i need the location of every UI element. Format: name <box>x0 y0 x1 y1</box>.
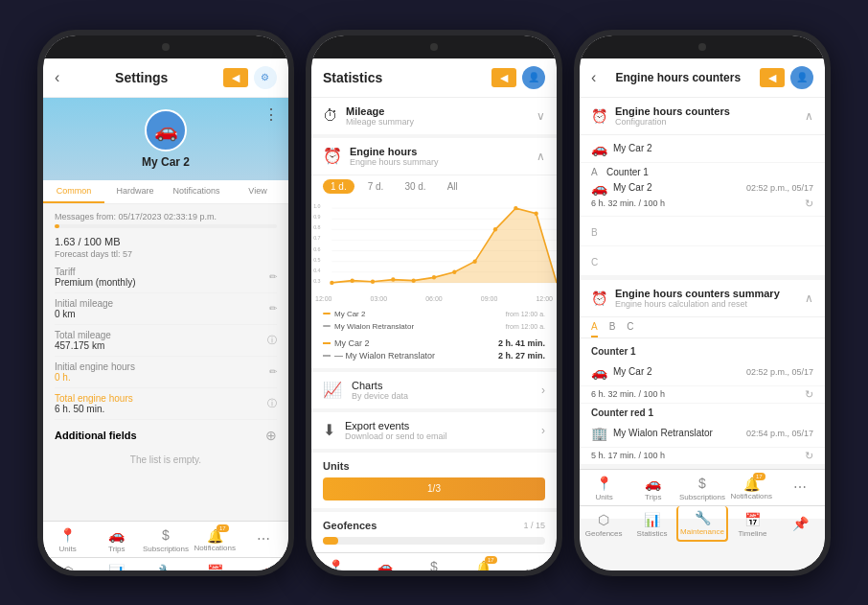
mileage-chevron[interactable]: ∨ <box>537 109 545 123</box>
engine-config-icon: ⏰ <box>591 108 607 124</box>
engine-chevron[interactable]: ∧ <box>537 150 545 163</box>
time-tab-30d[interactable]: 30 d. <box>397 179 433 194</box>
summary-tab-c[interactable]: C <box>627 317 633 337</box>
phone-2-wrapper: Statistics ◄ 👤 ⏱ Mileage Milea <box>306 30 562 576</box>
edit-engine-icon[interactable]: ✏ <box>269 366 277 377</box>
nav-subscriptions-1[interactable]: $ Subscriptions <box>141 522 190 557</box>
nav-statistics-3[interactable]: 📊 Statistics <box>628 506 675 542</box>
engine-summary-chevron[interactable]: ∧ <box>805 291 813 305</box>
info-icon-1[interactable]: ⓘ <box>267 334 277 347</box>
nav-more-2[interactable]: ⋯ <box>508 553 557 570</box>
refresh-icon-summary-red[interactable]: ↻ <box>805 450 813 462</box>
total-engine-label: Total engine hours <box>55 393 133 404</box>
counter-a-vehicle-icon: 🚗 <box>591 180 607 196</box>
phones-container: ‹ Settings ◄ ⚙ 🚗 My Car 2 ⋮ <box>28 20 840 586</box>
summary-tab-b[interactable]: B <box>609 317 616 337</box>
nav-trips-3[interactable]: 🚗 Trips <box>628 470 677 505</box>
car2-duration-dot <box>323 342 331 344</box>
export-events-row[interactable]: ⬇ Export events Download or send to emai… <box>311 412 557 449</box>
nav-trips-icon-3: 🚗 <box>645 476 661 491</box>
duration-values: My Car 2 2 h. 41 min. — My Wialon Retran… <box>311 335 557 368</box>
messages-label: Messages from: 05/17/2023 02:33:19 p.m. <box>55 212 277 221</box>
geofences-icon-1: ⬡ <box>62 564 74 570</box>
phone-1-header: ‹ Settings ◄ ⚙ <box>43 58 288 98</box>
legend-car2-time: from 12:00 a. <box>506 311 545 317</box>
phone-3-wrapper: ‹ Engine hours counters ◄ 👤 ⏰ Engine <box>574 30 831 576</box>
nav-geofences-3[interactable]: ⬡ Geofences <box>580 506 628 542</box>
nav-row-top-2: 📍 Units 🚗 Trips $ Subscriptions <box>311 553 557 570</box>
nav-trips-2[interactable]: 🚗 Trips <box>360 553 409 570</box>
engine-config-chevron[interactable]: ∧ <box>805 109 813 123</box>
edit-mileage-icon[interactable]: ✏ <box>269 303 277 314</box>
nav-row-bottom-1: ⬡ Geofences 📊 Statistics 🔧 Maintenance <box>43 557 288 570</box>
tab-common[interactable]: Common <box>43 180 104 203</box>
info-icon-2[interactable]: ⓘ <box>267 397 277 410</box>
chart-x-labels: 12:00 03:00 06:00 09:00 12:00 <box>311 293 557 304</box>
time-tab-all[interactable]: All <box>440 179 466 194</box>
notif-badge-count-3: 17 <box>753 473 765 480</box>
notch-dot <box>162 43 170 51</box>
time-tab-7d[interactable]: 7 d. <box>360 179 392 194</box>
legend-dot-car2 <box>323 313 331 314</box>
nav-pin-3[interactable]: 📌 <box>777 506 825 542</box>
charts-row[interactable]: 📈 Charts By device data › <box>311 372 557 408</box>
tab-view[interactable]: View <box>227 180 288 203</box>
nav-units-2[interactable]: 📍 Units <box>311 553 360 570</box>
geofences-icon-3: ⬡ <box>598 512 609 527</box>
total-mileage-row: Total mileage 457.175 km ⓘ <box>55 325 277 357</box>
nav-more-3[interactable]: ⋯ <box>776 470 825 505</box>
total-engine-row: Total engine hours 6 h. 50 min. ⓘ <box>55 388 277 420</box>
summary-counter1-value: 6 h. 32 min. / 100 h <box>591 389 805 399</box>
summary-tab-a[interactable]: A <box>591 317 598 337</box>
refresh-icon-summary-1[interactable]: ↻ <box>805 388 813 401</box>
nav-timeline-1[interactable]: 📅 Timeline <box>191 558 240 570</box>
more-button[interactable]: ⋮ <box>263 105 279 124</box>
export-icon: ⬇ <box>323 421 335 439</box>
phone-1-wrapper: ‹ Settings ◄ ⚙ 🚗 My Car 2 ⋮ <box>37 30 294 576</box>
nav-geofences-1[interactable]: ⬡ Geofences <box>43 558 92 570</box>
svg-point-26 <box>514 205 517 209</box>
nav-maintenance-1[interactable]: 🔧 Maintenance <box>141 558 190 570</box>
nav-units-3[interactable]: 📍 Units <box>580 470 628 505</box>
nav-notifications-2[interactable]: 🔔 17 Notifications <box>459 553 508 570</box>
chart-legend: My Car 2 from 12:00 a. My Wialon Retrans… <box>311 304 557 335</box>
nav-maintenance-3[interactable]: 🔧 Maintenance <box>676 506 728 542</box>
nav-subscriptions-3[interactable]: $ Subscriptions <box>677 470 726 505</box>
back-btn-3[interactable]: ‹ <box>591 69 596 86</box>
initial-engine-row: Initial engine hours 0 h. ✏ <box>55 357 277 388</box>
add-icon[interactable]: ⊕ <box>265 428 277 443</box>
initial-mileage-row: Initial mileage 0 km ✏ <box>55 293 277 325</box>
nav-statistics-1[interactable]: 📊 Statistics <box>92 558 141 570</box>
tab-hardware[interactable]: Hardware <box>104 180 166 203</box>
nav-timeline-3[interactable]: 📅 Timeline <box>728 506 776 542</box>
refresh-icon-a[interactable]: ↻ <box>805 198 813 210</box>
settings-content: Messages from: 05/17/2023 02:33:19 p.m. … <box>43 204 288 570</box>
svg-text:0.5: 0.5 <box>313 256 320 262</box>
svg-marker-16 <box>331 208 557 283</box>
charts-icon: 📈 <box>323 381 342 399</box>
nav-trips-1[interactable]: 🚗 Trips <box>92 522 141 557</box>
time-tab-1d[interactable]: 1 d. <box>323 179 354 194</box>
nav-units-1[interactable]: 📍 Units <box>43 522 92 557</box>
svg-text:0.8: 0.8 <box>313 224 320 230</box>
engine-summary-title: Engine hours counters summary <box>615 288 805 299</box>
nav-more-icon-3: ⋯ <box>793 479 807 495</box>
geofences-header: Geofences 1 / 15 <box>323 520 545 531</box>
engine-hours-icon: ⏰ <box>323 147 342 165</box>
svg-point-27 <box>535 211 538 215</box>
engine-hours-title: Engine hours <box>350 146 537 157</box>
edit-icon[interactable]: ✏ <box>269 271 277 282</box>
tab-notifications[interactable]: Notifications <box>166 180 227 203</box>
svg-point-22 <box>432 275 436 279</box>
nav-notifications-1[interactable]: 🔔 17 Notifications <box>191 522 240 557</box>
counter-c-empty: C <box>580 246 825 276</box>
summary-vehicle-time-red: 02:54 p.m., 05/17 <box>746 429 813 438</box>
charts-title: Charts <box>352 380 541 391</box>
nav-notifications-3[interactable]: 🔔 17 Notifications <box>727 470 776 505</box>
nav-subscriptions-2[interactable]: $ Subscriptions <box>409 553 458 570</box>
nav-more-1[interactable]: ⋯ <box>240 522 288 557</box>
back-button[interactable]: ‹ <box>55 69 59 86</box>
counter-a-letter: A <box>591 167 606 177</box>
arrow-annotation-1: ◄ <box>223 68 248 87</box>
nav-pin-1[interactable]: 📌 <box>240 558 288 570</box>
